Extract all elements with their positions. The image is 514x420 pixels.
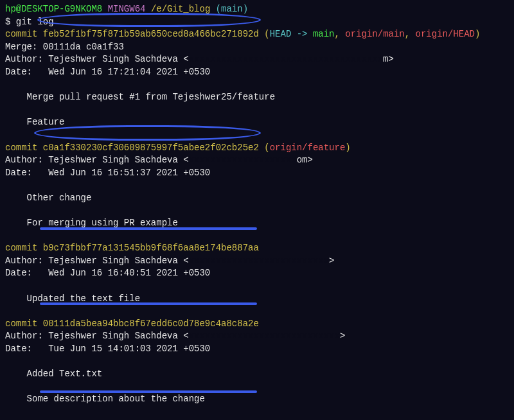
commit-hash: b9c73fbbf77a131545bb9f68f6aa8e174be887aa xyxy=(43,243,259,253)
merge-line: Merge: 00111da c0a1f33 xyxy=(5,41,509,54)
prompt-path: /e/Git_blog xyxy=(151,4,210,14)
commit-message: Feature xyxy=(5,116,509,129)
author-line: Author: Tejeshwer Singh Sachdeva <xxxxxx… xyxy=(5,330,509,343)
commit-message: Added Text.txt xyxy=(5,368,509,381)
date-line: Date: Wed Jun 16 16:40:51 2021 +0530 xyxy=(5,267,509,280)
commit-line: commit c0a1f330230cf30609875997f5abee2f0… xyxy=(5,142,509,155)
branch-main: main xyxy=(313,29,335,39)
commit-message: Merge pull request #1 from Tejeshwer25/f… xyxy=(5,91,509,104)
commit-line: commit 00111da5bea94bbc8f67edd6c0d78e9c4… xyxy=(5,318,509,331)
author-line: Author: Tejeshwer Singh Sachdeva <xxxxxx… xyxy=(5,255,509,268)
prompt-line: hp@DESKTOP-G9NKOM8 MINGW64 /e/Git_blog (… xyxy=(5,3,509,16)
commit-message: Other change xyxy=(5,192,509,205)
commit-message: For merging using PR example xyxy=(5,217,509,230)
commit-hash: c0a1f330230cf30609875997f5abee2f02cb25e2 xyxy=(43,143,259,153)
author-line: Author: Tejeshwer Singh Sachdeva <xxxxxx… xyxy=(5,154,509,167)
prompt-env: MINGW64 xyxy=(108,4,146,14)
origin-main: origin/main xyxy=(345,29,404,39)
head-label: HEAD xyxy=(270,29,292,39)
commit-message: Updated the text file xyxy=(5,293,509,306)
prompt-host: DESKTOP-G9NKOM8 xyxy=(21,4,102,14)
commit-line: commit feb52f1bf75f871b59ab650ced8a466bc… xyxy=(5,28,509,41)
command-line[interactable]: $ git log xyxy=(5,16,509,29)
prompt-user: hp xyxy=(5,4,16,14)
commit-message: Some description about the change xyxy=(5,393,509,406)
date-line: Date: Tue Jun 15 14:01:03 2021 +0530 xyxy=(5,343,509,356)
date-line: Date: Wed Jun 16 16:51:37 2021 +0530 xyxy=(5,167,509,180)
commit-hash: feb52f1bf75f871b59ab650ced8a466bc271892d xyxy=(43,29,259,39)
origin-head: origin/HEAD xyxy=(416,29,475,39)
author-line: Author: Tejeshwer Singh Sachdeva <xxxxxx… xyxy=(5,53,509,66)
prompt-branch: (main) xyxy=(216,4,248,14)
commit-hash: 00111da5bea94bbc8f67edd6c0d78e9c4a8c8a2e xyxy=(43,319,259,329)
origin-feature: origin/feature xyxy=(270,143,346,153)
commit-line: commit b9c73fbbf77a131545bb9f68f6aa8e174… xyxy=(5,242,509,255)
date-line: Date: Wed Jun 16 17:21:04 2021 +0530 xyxy=(5,66,509,79)
